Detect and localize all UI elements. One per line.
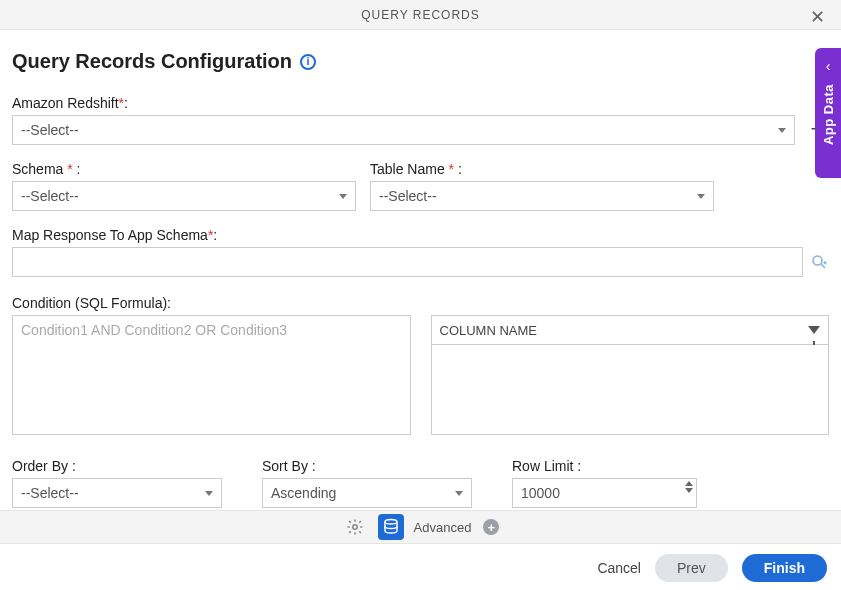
- advanced-add-button[interactable]: +: [483, 519, 499, 535]
- svg-point-0: [813, 256, 822, 265]
- redshift-field: Amazon Redshift*: --Select-- +: [12, 95, 829, 145]
- chevron-down-icon: [339, 194, 347, 199]
- sortby-field: Sort By : Ascending: [262, 458, 472, 508]
- schema-field: Schema * : --Select--: [12, 161, 356, 211]
- advanced-label: Advanced: [414, 520, 472, 535]
- close-icon[interactable]: ✕: [804, 4, 831, 30]
- table-label: Table Name * :: [370, 161, 714, 177]
- map-label: Map Response To App Schema*:: [12, 227, 829, 243]
- chevron-down-icon: [778, 128, 786, 133]
- finish-button[interactable]: Finish: [742, 554, 827, 582]
- app-data-sidebar-tab[interactable]: ‹ App Data: [815, 48, 841, 178]
- schema-label: Schema * :: [12, 161, 356, 177]
- schema-select[interactable]: --Select--: [12, 181, 356, 211]
- info-icon[interactable]: i: [300, 54, 316, 70]
- redshift-select[interactable]: --Select--: [12, 115, 795, 145]
- page-title: Query Records Configuration: [12, 50, 292, 73]
- settings-button[interactable]: [342, 514, 368, 540]
- table-select[interactable]: --Select--: [370, 181, 714, 211]
- sortby-label: Sort By :: [262, 458, 472, 474]
- chevron-down-icon: [455, 491, 463, 496]
- sortby-select[interactable]: Ascending: [262, 478, 472, 508]
- column-name-header[interactable]: COLUMN NAME: [431, 315, 830, 345]
- prev-button[interactable]: Prev: [655, 554, 728, 582]
- column-list[interactable]: [431, 345, 830, 435]
- svg-line-1: [821, 264, 825, 268]
- orderby-field: Order By : --Select--: [12, 458, 222, 508]
- cancel-button[interactable]: Cancel: [597, 560, 641, 576]
- condition-textarea[interactable]: [12, 315, 411, 435]
- lookup-icon[interactable]: [809, 252, 829, 272]
- map-field: Map Response To App Schema*:: [12, 227, 829, 277]
- modal-title: QUERY RECORDS: [361, 8, 480, 22]
- svg-point-5: [385, 520, 397, 525]
- chevron-down-icon: [697, 194, 705, 199]
- map-input[interactable]: [12, 247, 803, 277]
- app-data-label: App Data: [821, 84, 836, 145]
- footer: Cancel Prev Finish: [0, 546, 841, 590]
- modal-header: QUERY RECORDS ✕: [0, 0, 841, 30]
- chevron-left-icon: ‹: [826, 58, 831, 74]
- database-button[interactable]: [378, 514, 404, 540]
- stepper-up-icon[interactable]: [685, 481, 693, 486]
- stepper-down-icon[interactable]: [685, 488, 693, 493]
- svg-point-4: [352, 525, 357, 530]
- filter-icon[interactable]: [808, 326, 820, 334]
- rowlimit-input[interactable]: [512, 478, 697, 508]
- condition-label: Condition (SQL Formula):: [12, 295, 829, 311]
- page-title-row: Query Records Configuration i: [12, 50, 829, 73]
- rowlimit-label: Row Limit :: [512, 458, 697, 474]
- redshift-label: Amazon Redshift*:: [12, 95, 829, 111]
- tool-bar: Advanced +: [0, 510, 841, 544]
- orderby-select[interactable]: --Select--: [12, 478, 222, 508]
- config-form: Query Records Configuration i Amazon Red…: [0, 30, 841, 508]
- chevron-down-icon: [205, 491, 213, 496]
- table-field: Table Name * : --Select--: [370, 161, 714, 211]
- orderby-label: Order By :: [12, 458, 222, 474]
- rowlimit-field: Row Limit :: [512, 458, 697, 508]
